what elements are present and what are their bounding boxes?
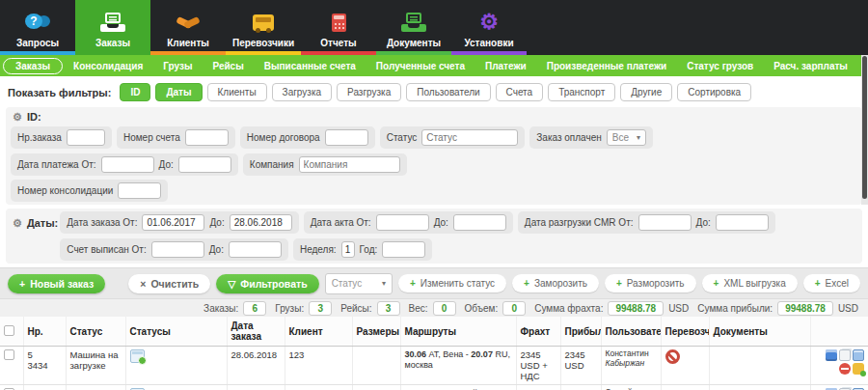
button-label: Excel — [826, 278, 849, 289]
assign-user-icon[interactable] — [853, 363, 864, 375]
delete-icon[interactable] — [839, 363, 851, 375]
duplicate-icon[interactable] — [853, 349, 864, 361]
new-order-button[interactable]: + Новый заказ — [8, 274, 105, 293]
col-statuses[interactable]: Статусы — [125, 317, 227, 347]
filter-pill-loading[interactable]: Загрузка — [272, 83, 332, 101]
act-date-to-input[interactable] — [453, 214, 506, 231]
subnav-trips[interactable]: Рейсы — [203, 59, 253, 73]
tab-documents[interactable]: Документы — [376, 0, 451, 55]
payment-date-to-input[interactable] — [178, 156, 231, 173]
field-label: Статус — [387, 132, 418, 143]
subnav-cargo[interactable]: Грузы — [153, 59, 202, 73]
clear-button[interactable]: × Очистить — [128, 274, 210, 293]
filter-pill-sorting[interactable]: Сортировка — [677, 83, 751, 101]
invoice-number-input[interactable] — [185, 129, 229, 146]
subnav-cargo-status[interactable]: Статус грузов — [677, 59, 763, 73]
orders-table: Нр. Статус Статусы Дата заказа Клиент Ра… — [0, 317, 868, 390]
stat-weight: Вес:0 — [409, 301, 456, 316]
cell-status: Машина на загрузке — [66, 347, 125, 385]
cell-user: КонстантинКабыржан — [601, 347, 661, 385]
subnav-made-payments[interactable]: Произведенные платежи — [537, 59, 677, 73]
tab-label: Перевозчики — [232, 38, 294, 48]
funnel-icon: ▽ — [228, 278, 235, 290]
col-freight[interactable]: Фрахт — [516, 317, 560, 347]
stat-freight-sum: Сумма фрахта:99488.78USD — [534, 301, 689, 316]
col-nr[interactable]: Нр. — [23, 317, 66, 347]
filter-pill-transport[interactable]: Транспорт — [548, 83, 615, 101]
subnav-received-invoices[interactable]: Полученные счета — [366, 59, 475, 73]
contract-number-field: Номер договора — [240, 126, 375, 149]
status-select[interactable]: Статус ▾ — [325, 273, 393, 294]
cmr-date-to-input[interactable] — [716, 214, 769, 231]
tab-settings[interactable]: ⚙ Установки — [451, 0, 527, 55]
col-routes[interactable]: Маршруты — [400, 317, 516, 347]
col-carriers[interactable]: Перевозчики — [661, 317, 709, 347]
filter-pill-clients[interactable]: Клиенты — [207, 83, 267, 101]
invoice-issued-to-input[interactable] — [229, 241, 282, 258]
payment-date-from-input[interactable] — [101, 156, 154, 173]
act-date-field: Дата акта От: До: — [304, 211, 513, 234]
col-client[interactable]: Клиент — [285, 317, 352, 347]
cell-routes: 30.06 AT, Вена - 20.07 RU, москва — [400, 347, 516, 385]
subnav-issued-invoices[interactable]: Выписанные счета — [255, 59, 366, 73]
tab-clients[interactable]: Клиенты — [150, 0, 226, 55]
company-input[interactable] — [299, 156, 400, 173]
stat-trips: Рейсы:3 — [340, 301, 399, 316]
field-label: Год: — [360, 244, 378, 255]
col-sizes[interactable]: Размеры — [352, 317, 400, 347]
filter-pill-unloading[interactable]: Разгрузка — [337, 83, 401, 101]
order-paid-select[interactable]: Все ▾ — [607, 129, 646, 146]
cell-documents — [709, 347, 810, 385]
scrollbar-thumb[interactable] — [862, 56, 867, 199]
order-number-input[interactable] — [67, 129, 105, 146]
row-checkbox[interactable] — [4, 349, 14, 360]
filter-pill-users[interactable]: Пользователи — [406, 83, 490, 101]
tab-orders[interactable]: Заказы — [75, 0, 150, 55]
subnav-consolidation[interactable]: Консолидация — [64, 59, 152, 73]
act-date-from-input[interactable] — [376, 214, 429, 231]
subnav-orders[interactable]: Заказы — [3, 58, 63, 74]
tab-label: Установки — [464, 38, 513, 48]
consolidation-number-input[interactable] — [118, 182, 161, 199]
invoice-issued-from-input[interactable] — [151, 241, 204, 258]
summary-stats-bar: Заказы:6 Грузы:3 Рейсы:3 Вес:0 Объем:0 С… — [0, 298, 868, 317]
contract-number-input[interactable] — [325, 129, 368, 146]
year-input[interactable] — [382, 241, 425, 258]
select-value: Все — [612, 132, 629, 143]
filter-button[interactable]: ▽ Фильтровать — [216, 274, 318, 293]
tab-requests[interactable]: ? Запросы — [0, 0, 75, 55]
order-date-to-input[interactable] — [230, 214, 292, 231]
subnav-salary[interactable]: Расч. зарплаты — [764, 59, 857, 73]
col-status[interactable]: Статус — [66, 317, 125, 347]
filter-pill-dates[interactable]: Даты — [155, 83, 202, 101]
col-user[interactable]: Пользователь — [601, 317, 661, 347]
orders-toolbar: + Новый заказ × Очистить ▽ Фильтровать С… — [0, 267, 868, 298]
open-book-icon[interactable] — [826, 349, 837, 361]
cmr-date-from-input[interactable] — [638, 214, 692, 231]
filter-pill-id[interactable]: ID — [120, 83, 150, 101]
field-label: Неделя: — [300, 244, 337, 255]
cell-nr: 3 — [23, 385, 66, 390]
order-date-from-input[interactable] — [142, 214, 204, 231]
filter-pill-invoices[interactable]: Счета — [496, 83, 544, 101]
status-input[interactable] — [421, 129, 518, 146]
col-documents[interactable]: Документы — [709, 317, 810, 347]
col-order-date[interactable]: Дата заказа — [227, 317, 285, 347]
button-label: Изменить статус — [420, 278, 495, 289]
excel-export-button[interactable]: + Excel — [803, 274, 860, 292]
col-profit[interactable]: Прибыль — [560, 317, 601, 347]
cell-carriers — [661, 385, 709, 390]
unfreeze-button[interactable]: + Разморозить — [605, 274, 696, 292]
week-input[interactable] — [341, 241, 355, 258]
tab-carriers[interactable]: Перевозчики — [226, 0, 301, 55]
xml-export-button[interactable]: + XML выгрузка — [702, 274, 798, 292]
tab-reports[interactable]: Отчеты — [301, 0, 376, 55]
subnav-payments[interactable]: Платежи — [475, 59, 536, 73]
copy-icon[interactable] — [839, 349, 851, 361]
freeze-button[interactable]: + Заморозить — [512, 274, 599, 292]
filter-pill-other[interactable]: Другие — [620, 83, 672, 101]
change-status-button[interactable]: + Изменить статус — [398, 274, 506, 292]
button-label: Заморозить — [534, 278, 587, 289]
add-status-icon[interactable] — [130, 349, 145, 363]
select-all-checkbox[interactable] — [4, 325, 14, 336]
